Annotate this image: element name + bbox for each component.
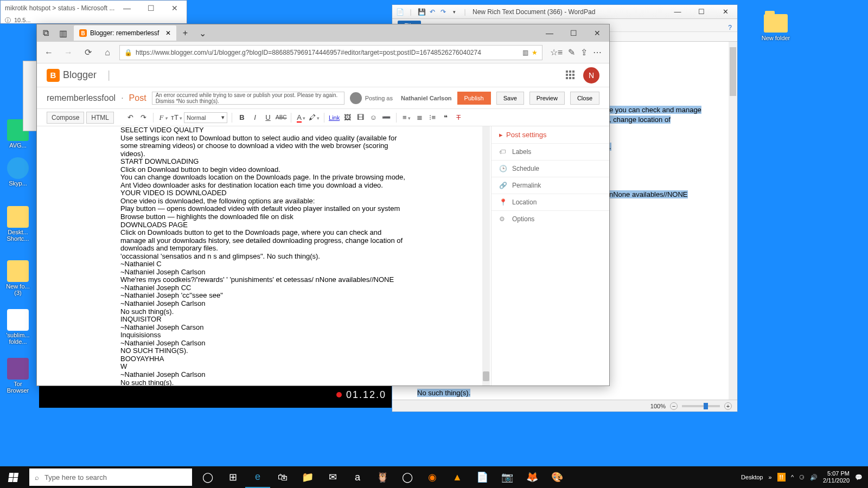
- redo-icon[interactable]: ↷: [138, 113, 149, 121]
- taskbar-app[interactable]: ✉: [320, 466, 345, 488]
- text-color-button[interactable]: A: [296, 113, 307, 121]
- zoom-slider[interactable]: [682, 405, 720, 407]
- underline-button[interactable]: U: [263, 113, 273, 121]
- taskbar-app[interactable]: 🎨: [545, 466, 570, 488]
- address-bar[interactable]: 🔒 https://www.blogger.com/u/1/blogger.g?…: [119, 45, 542, 60]
- save-icon[interactable]: 💾: [417, 8, 426, 16]
- minimize-button[interactable]: —: [538, 24, 561, 42]
- editor-scrollbar[interactable]: [482, 126, 490, 386]
- desktop-icon[interactable]: Tor Browser: [2, 358, 34, 394]
- favorite-icon[interactable]: ★: [532, 49, 538, 56]
- zoom-in-button[interactable]: +: [724, 402, 732, 410]
- set-aside-tabs-icon[interactable]: ▥: [54, 24, 72, 42]
- close-tab-icon[interactable]: ✕: [165, 29, 171, 37]
- tray-chevron-icon[interactable]: ^: [791, 474, 794, 480]
- maximize-button[interactable]: ☐: [561, 24, 585, 42]
- start-button[interactable]: [0, 466, 26, 488]
- taskbar-clock[interactable]: 5:07 PM 2/11/2020: [823, 470, 850, 484]
- minimize-button[interactable]: —: [115, 1, 139, 16]
- compose-tab[interactable]: Compose: [47, 112, 84, 124]
- alignment-button[interactable]: ≡: [401, 113, 412, 121]
- desktop-icon[interactable]: Deskt... Shortc...: [2, 206, 34, 242]
- task-view-button[interactable]: ◯: [195, 466, 220, 488]
- cortana-button[interactable]: ⊞: [220, 466, 245, 488]
- close-button[interactable]: Close: [570, 92, 599, 105]
- taskbar-app[interactable]: 🦊: [520, 466, 545, 488]
- highlight-button[interactable]: 🖍: [309, 113, 320, 121]
- desktop-icon[interactable]: 'sublim... folde...: [2, 309, 34, 345]
- google-apps-icon[interactable]: [566, 70, 576, 80]
- quote-button[interactable]: ❝: [440, 113, 451, 121]
- video-button[interactable]: 🎞: [355, 113, 366, 121]
- close-button[interactable]: ✕: [713, 5, 737, 19]
- blog-title[interactable]: rememberlessfool: [47, 93, 116, 103]
- tray-icon[interactable]: !!: [777, 473, 786, 481]
- maximize-button[interactable]: ☐: [690, 5, 713, 19]
- desktop-icon-new-folder[interactable]: New folder: [760, 14, 792, 41]
- bold-button[interactable]: B: [237, 113, 247, 121]
- help-icon[interactable]: ?: [728, 24, 732, 31]
- save-button[interactable]: Save: [496, 92, 524, 105]
- taskbar-app[interactable]: ▲: [445, 466, 470, 488]
- taskbar-app[interactable]: a: [345, 466, 370, 488]
- options-section[interactable]: ⚙Options: [492, 210, 609, 227]
- new-tab-button[interactable]: +: [176, 24, 194, 42]
- taskbar-app[interactable]: e: [245, 466, 270, 488]
- font-size-button[interactable]: тT: [171, 113, 182, 121]
- taskbar-app[interactable]: ◉: [420, 466, 445, 488]
- bullet-list-button[interactable]: ⁝≡: [427, 113, 438, 121]
- numbered-list-button[interactable]: ≣: [414, 113, 425, 121]
- location-section[interactable]: 📍Location: [492, 194, 609, 210]
- refresh-button[interactable]: ⟳: [80, 45, 95, 60]
- link-button[interactable]: Link: [329, 114, 340, 121]
- taskbar-app[interactable]: 📁: [295, 466, 320, 488]
- taskbar-app[interactable]: 🛍: [270, 466, 295, 488]
- ie-address[interactable]: 10.5...: [14, 17, 31, 23]
- tab-overflow-icon[interactable]: ⌄: [194, 24, 211, 42]
- publish-button[interactable]: Publish: [457, 92, 491, 105]
- emoji-button[interactable]: ☺: [368, 113, 379, 121]
- taskbar-search[interactable]: ⌕Type here to search: [29, 468, 192, 486]
- close-button[interactable]: ✕: [585, 24, 609, 42]
- back-button[interactable]: ←: [41, 45, 56, 60]
- settings-icon[interactable]: ⋯: [593, 47, 602, 57]
- desktop-icon[interactable]: Skyp...: [2, 157, 34, 187]
- undo-icon[interactable]: ↶: [428, 8, 437, 16]
- favorites-icon[interactable]: ☆≡: [550, 47, 563, 57]
- html-tab[interactable]: HTML: [86, 112, 114, 124]
- home-button[interactable]: ⌂: [100, 45, 115, 60]
- redo-icon[interactable]: ↷: [439, 8, 448, 16]
- share-icon[interactable]: ⇪: [580, 47, 588, 57]
- desktop-icon[interactable]: New fo... (3): [2, 260, 34, 296]
- schedule-section[interactable]: 🕒Schedule: [492, 160, 609, 177]
- strikethrough-button[interactable]: ABC: [276, 114, 286, 120]
- close-button[interactable]: ✕: [163, 1, 187, 16]
- undo-icon[interactable]: ↶: [125, 113, 136, 121]
- labels-section[interactable]: 🏷Labels: [492, 143, 609, 160]
- clear-formatting-button[interactable]: T: [453, 113, 464, 121]
- taskbar-app[interactable]: 📄: [470, 466, 495, 488]
- desktop-toolbar[interactable]: Desktop: [741, 474, 763, 480]
- taskbar-app[interactable]: 🦉: [370, 466, 395, 488]
- zoom-out-button[interactable]: −: [670, 402, 678, 410]
- notes-icon[interactable]: ✎: [568, 47, 575, 57]
- volume-icon[interactable]: 🔊: [810, 474, 818, 481]
- format-select[interactable]: Normal▾: [184, 112, 227, 123]
- account-avatar[interactable]: N: [583, 67, 599, 84]
- taskbar-app[interactable]: 📷: [495, 466, 520, 488]
- font-family-button[interactable]: F: [158, 113, 169, 122]
- minimize-button[interactable]: —: [666, 5, 690, 19]
- forward-button[interactable]: →: [61, 45, 76, 60]
- maximize-button[interactable]: ☐: [139, 1, 163, 16]
- jump-break-button[interactable]: ➖: [381, 113, 392, 121]
- image-button[interactable]: 🖼: [342, 113, 353, 121]
- overflow-icon[interactable]: »: [768, 474, 771, 480]
- action-center-icon[interactable]: 💬: [855, 474, 863, 481]
- reading-view-icon[interactable]: ▥: [522, 49, 528, 56]
- post-settings-header[interactable]: ▸Post settings: [492, 126, 609, 143]
- scrollbar[interactable]: [729, 42, 737, 400]
- blogger-logo[interactable]: B Blogger |: [47, 69, 110, 82]
- permalink-section[interactable]: 🔗Permalink: [492, 177, 609, 194]
- preview-button[interactable]: Preview: [529, 92, 565, 105]
- browser-tab[interactable]: B Blogger: rememberlessf ✕: [74, 25, 176, 41]
